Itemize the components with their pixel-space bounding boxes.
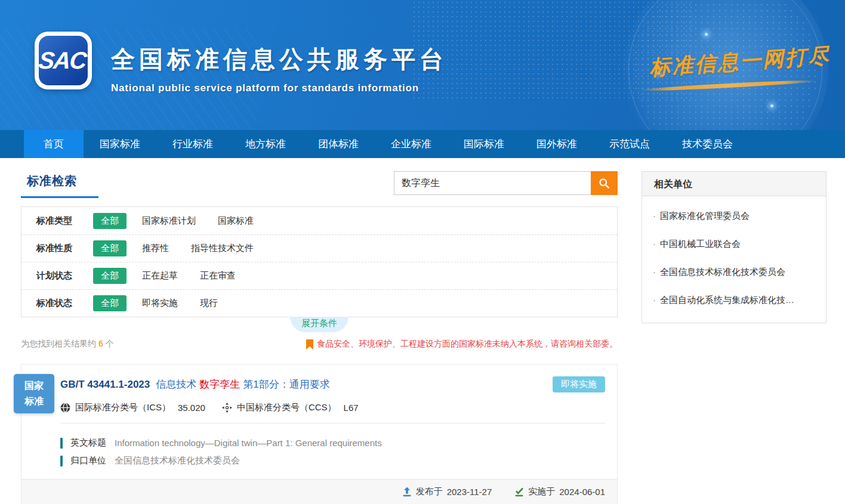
detail-accent-bar xyxy=(60,438,63,449)
sidebar-item-it-standardization-committee[interactable]: ·全国信息技术标准化技术委员会 xyxy=(650,258,818,286)
globe-icon xyxy=(60,403,70,413)
card-details: 英文标题 Information technology—Digital twin… xyxy=(21,423,617,479)
sac-logo-inner: SAC xyxy=(39,36,88,85)
filter-option[interactable]: 正在起草 xyxy=(142,270,178,282)
page-title: 标准检索 xyxy=(27,174,77,187)
filter-option[interactable]: 正在审查 xyxy=(200,270,236,282)
related-units-list: ·国家标准化管理委员会 ·中国机械工业联合会 ·全国信息技术标准化技术委员会 ·… xyxy=(642,196,826,323)
bullet: · xyxy=(653,211,656,221)
standard-title-part: 信息技术 xyxy=(156,379,196,390)
published-label: 发布于 xyxy=(416,486,443,497)
standard-title-highlight: 数字孪生 xyxy=(199,379,240,390)
notice-text: 食品安全、环境保护、工程建设方面的国家标准未纳入本系统，请咨询相关部委。 xyxy=(317,339,618,350)
bullet: · xyxy=(653,267,656,277)
system-notice: 食品安全、环境保护、工程建设方面的国家标准未纳入本系统，请咨询相关部委。 xyxy=(306,339,618,350)
ics-classification: 国际标准分类号（ICS） 35.020 xyxy=(60,402,205,413)
main-nav: 首页 国家标准 行业标准 地方标准 团体标准 企业标准 国际标准 国外标准 示范… xyxy=(0,130,845,158)
implemented-label: 实施于 xyxy=(528,486,555,497)
expand-conditions-button[interactable]: 展开条件 xyxy=(290,317,349,332)
compass-icon xyxy=(222,403,232,413)
implement-check-icon xyxy=(514,487,524,497)
sidebar-item-label: 国家标准化管理委员会 xyxy=(660,211,750,221)
nav-tab-foreign-standard[interactable]: 国外标准 xyxy=(520,130,593,158)
detail-value: Information technology—Digital twin—Part… xyxy=(115,438,382,448)
published-date: 2023-11-27 xyxy=(447,487,492,497)
filter-all-button[interactable]: 全部 xyxy=(93,240,127,256)
nav-tab-industry-standard[interactable]: 行业标准 xyxy=(156,130,229,158)
sidebar-item-automation-systems-committee[interactable]: ·全国自动化系统与集成标准化技… xyxy=(650,286,818,314)
implemented-date: 2024-06-01 xyxy=(559,487,605,497)
filter-panel: 标准类型 全部 国家标准计划 国家标准 标准性质 全部 推荐性 指导性技术文件 … xyxy=(21,206,618,317)
filter-label: 标准性质 xyxy=(36,243,93,254)
english-title-row: 英文标题 Information technology—Digital twin… xyxy=(60,437,605,449)
nav-tab-enterprise-standard[interactable]: 企业标准 xyxy=(375,130,448,158)
classification-meta-line: 国际标准分类号（ICS） 35.020 中国标准分类号（CCS） L67 xyxy=(60,402,605,413)
search-group xyxy=(394,171,618,195)
site-titles: 全国标准信息公共服务平台 National public service pla… xyxy=(111,43,448,94)
filter-label: 标准状态 xyxy=(36,298,93,309)
standard-code-link[interactable]: GB/T 43441.1-2023 xyxy=(60,379,150,391)
ccs-label: 中国标准分类号（CCS） xyxy=(237,402,337,413)
filter-all-button[interactable]: 全部 xyxy=(93,213,127,229)
result-summary-row: 为您找到相关结果约6个 食品安全、环境保护、工程建设方面的国家标准未纳入本系统，… xyxy=(21,339,618,350)
bookmark-icon xyxy=(306,339,313,350)
filter-option[interactable]: 即将实施 xyxy=(142,298,178,309)
search-row: 标准检索 xyxy=(21,171,618,208)
filter-all-button[interactable]: 全部 xyxy=(93,295,127,311)
filter-all-button[interactable]: 全部 xyxy=(93,268,127,284)
nav-tab-group-standard[interactable]: 团体标准 xyxy=(302,130,375,158)
related-units-title: 相关单位 xyxy=(642,172,826,196)
nav-tab-pilot-demo[interactable]: 示范试点 xyxy=(593,130,666,158)
sidebar-item-sac[interactable]: ·国家标准化管理委员会 xyxy=(650,202,818,230)
detail-value: 全国信息技术标准化技术委员会 xyxy=(115,455,240,466)
site-header: SAC 全国标准信息公共服务平台 National public service… xyxy=(0,0,845,130)
nav-tab-home[interactable]: 首页 xyxy=(24,130,84,158)
sac-logo[interactable]: SAC xyxy=(35,32,92,89)
standard-title-line: GB/T 43441.1-2023 信息技术数字孪生第1部分：通用要求 即将实施 xyxy=(60,376,605,392)
ccs-classification: 中国标准分类号（CCS） L67 xyxy=(222,402,359,413)
nav-tab-national-standard[interactable]: 国家标准 xyxy=(84,130,156,158)
published-date-item: 发布于 2023-11-27 xyxy=(402,486,492,497)
result-count-prefix: 为您找到相关结果约 xyxy=(21,339,96,348)
standard-title-part: 第1部分：通用要求 xyxy=(243,379,329,390)
filter-label: 计划状态 xyxy=(36,270,93,282)
filter-row-standard-nature: 标准性质 全部 推荐性 指导性技术文件 xyxy=(21,234,617,262)
publish-upload-icon xyxy=(402,487,412,497)
main-column: 标准检索 标准类型 全部 国家标准计划 国家标准 标准性质 全部 xyxy=(21,171,618,504)
sidebar-item-label: 全国信息技术标准化技术委员会 xyxy=(660,267,785,277)
nav-tab-technical-committee[interactable]: 技术委员会 xyxy=(666,130,749,158)
sidebar-item-label: 中国机械工业联合会 xyxy=(660,239,741,249)
standard-title-link[interactable]: 信息技术数字孪生第1部分：通用要求 xyxy=(156,378,329,391)
bullet: · xyxy=(653,295,656,305)
search-button[interactable] xyxy=(591,171,618,195)
nav-tab-international-standard[interactable]: 国际标准 xyxy=(448,130,520,158)
section-title-wrap: 标准检索 xyxy=(21,171,98,198)
sidebar-item-machinery-federation[interactable]: ·中国机械工业联合会 xyxy=(650,230,818,258)
ccs-value: L67 xyxy=(344,403,359,413)
standard-type-badge-text: 国家标准 xyxy=(24,378,44,410)
detail-accent-bar xyxy=(60,456,63,466)
filter-option[interactable]: 指导性技术文件 xyxy=(191,243,254,254)
site-title: 全国标准信息公共服务平台 xyxy=(111,43,448,76)
filter-option[interactable]: 推荐性 xyxy=(142,243,169,254)
nav-tab-local-standard[interactable]: 地方标准 xyxy=(229,130,302,158)
globe-glow-dot xyxy=(770,104,773,107)
filter-label: 标准类型 xyxy=(36,215,93,227)
filter-option[interactable]: 国家标准 xyxy=(218,215,254,227)
standard-result-card: 国家标准 GB/T 43441.1-2023 信息技术数字孪生第1部分：通用要求… xyxy=(21,364,618,504)
detail-label: 英文标题 xyxy=(70,437,106,449)
ics-label: 国际标准分类号（ICS） xyxy=(75,402,171,413)
sac-logo-text: SAC xyxy=(37,47,89,74)
filter-option[interactable]: 国家标准计划 xyxy=(142,215,196,227)
implemented-date-item: 实施于 2024-06-01 xyxy=(514,486,605,497)
result-count-number: 6 xyxy=(98,339,103,348)
filter-option[interactable]: 现行 xyxy=(200,298,218,309)
filter-row-plan-status: 计划状态 全部 正在起草 正在审查 xyxy=(21,262,617,289)
sidebar-item-label: 全国自动化系统与集成标准化技… xyxy=(660,295,794,305)
result-count-suffix: 个 xyxy=(106,339,114,348)
globe-glow-dot xyxy=(705,33,708,36)
bullet: · xyxy=(653,239,656,249)
search-input[interactable] xyxy=(394,171,591,195)
filter-row-standard-status: 标准状态 全部 即将实施 现行 xyxy=(21,289,617,317)
search-icon xyxy=(598,177,610,190)
